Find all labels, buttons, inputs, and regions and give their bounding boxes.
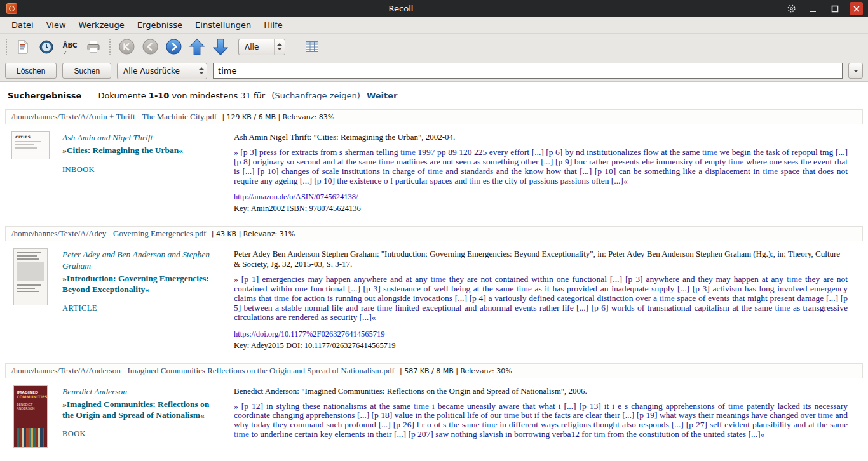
next-page-button[interactable] — [163, 36, 184, 58]
result-key: Key: Adey2015 DOI: 10.1177/0263276414565… — [234, 341, 848, 351]
result-path-row: /home/hannes/Texte/A/Amin + Thrift - The… — [5, 109, 863, 124]
result-path-row: /home/hannes/Texte/A/Adey - Governing Em… — [5, 226, 863, 241]
show-query-link[interactable]: (Suchanfrage zeigen) — [271, 91, 360, 100]
result-authors: Peter Adey and Ben Anderson and Stephen … — [62, 249, 222, 271]
results-header: Suchergebnisse Dokumente 1-10 von mindes… — [0, 82, 868, 107]
document-icon — [15, 39, 31, 55]
result-title: »Cities: Reimagining the Urban« — [62, 145, 222, 156]
query-input[interactable] — [213, 63, 843, 79]
recoll-app-icon — [6, 3, 17, 14]
scroll-up-button[interactable] — [186, 36, 208, 58]
toolbar-handle[interactable] — [6, 39, 7, 55]
minimize-button[interactable] — [806, 2, 820, 15]
category-filter-select[interactable]: Alle — [238, 39, 285, 55]
result-citation: Peter Adey Ben Anderson Stephen Graham: … — [234, 249, 848, 269]
result-authors: Ash Amin and Nigel Thrift — [62, 132, 222, 143]
document-thumbnail[interactable] — [14, 249, 47, 305]
print-button[interactable] — [83, 36, 104, 58]
docs-range: 1-10 — [149, 91, 170, 100]
term-explorer-button[interactable]: ÂBC ✓ — [59, 36, 81, 58]
first-page-icon — [118, 38, 135, 55]
next-page-link[interactable]: Weiter — [367, 91, 398, 100]
query-history-button[interactable] — [848, 63, 863, 79]
gear-icon — [787, 4, 796, 13]
result-url-link[interactable]: http://amazon.de/o/ASIN/0745624138/ — [234, 192, 848, 202]
menu-ergebnisse[interactable]: Ergebnisse — [131, 18, 189, 32]
result-key: Key: Amin2002 ISBN: 9780745624136 — [234, 204, 848, 213]
docs-total: von mindestens 31 für — [172, 91, 266, 100]
results-list: Suchergebnisse Dokumente 1-10 von mindes… — [0, 82, 868, 461]
results-title: Suchergebnisse — [8, 91, 81, 100]
titlebar: Recoll — [0, 0, 868, 17]
first-page-button[interactable] — [116, 36, 137, 58]
minimize-icon — [810, 5, 817, 13]
close-icon — [853, 6, 860, 12]
result-path-link[interactable]: /home/hannes/Texte/A/Amin + Thrift - The… — [11, 112, 217, 121]
result-item: /home/hannes/Texte/A/Anderson - Imagined… — [0, 363, 868, 457]
menu-einstellungen[interactable]: Einstellungen — [189, 18, 257, 32]
table-view-button[interactable] — [301, 36, 323, 58]
maximize-button[interactable] — [828, 2, 841, 15]
next-page-icon — [165, 38, 182, 55]
result-path-link[interactable]: /home/hannes/Texte/A/Adey - Governing Em… — [11, 229, 206, 238]
printer-icon — [86, 39, 101, 55]
search-mode-select[interactable]: Alle Ausdrücke — [117, 63, 207, 79]
result-title: »Imagined Communities: Reflections on th… — [62, 399, 222, 421]
chevron-down-icon — [853, 70, 858, 72]
menubar: Datei View Werkzeuge Ergebnisse Einstell… — [0, 17, 868, 34]
result-meta: | 43 KB | Relevanz: 31% — [212, 230, 295, 238]
result-authors: Benedict Anderson — [62, 386, 222, 397]
result-snippet: » [p 1] emergencies may happen anywhere … — [234, 275, 848, 322]
result-snippet: » [p 3] press for extracts from s sherma… — [234, 148, 848, 185]
thumbnail-stripes — [17, 428, 44, 447]
search-bar: Löschen Suchen Alle Ausdrücke — [0, 60, 868, 82]
thumbnail-author: BENEDICT ANDERSON — [17, 403, 44, 411]
menu-hilfe[interactable]: Hilfe — [257, 18, 289, 32]
result-item: /home/hannes/Texte/A/Adey - Governing Em… — [0, 226, 868, 360]
table-icon — [304, 39, 320, 55]
window-title: Recoll — [17, 4, 785, 13]
arrow-up-icon — [189, 38, 205, 56]
document-history-button[interactable] — [12, 36, 34, 58]
thumbnail-title: CITIES — [15, 135, 46, 139]
docs-label: Dokumente — [98, 91, 146, 100]
clock-icon — [39, 39, 54, 55]
category-filter-value: Alle — [239, 39, 264, 55]
result-doctype: INBOOK — [62, 164, 222, 175]
document-thumbnail[interactable]: IMAGINED COMMUNITIES BENEDICT ANDERSON — [14, 386, 47, 447]
result-citation: Benedict Anderson: "Imagined Communities… — [234, 386, 848, 396]
result-path-row: /home/hannes/Texte/A/Anderson - Imagined… — [5, 363, 863, 378]
arrow-down-icon — [212, 38, 229, 56]
result-url-link[interactable]: https://doi.org/10.1177%2F02632764145657… — [234, 330, 848, 339]
result-doctype: BOOK — [62, 429, 222, 439]
spinner-arrows-icon — [196, 63, 207, 79]
menu-view[interactable]: View — [40, 18, 72, 32]
toolbar: ÂBC ✓ — [0, 34, 868, 60]
thumbnail-title: COMMUNITIES — [17, 394, 44, 399]
result-item: /home/hannes/Texte/A/Amin + Thrift - The… — [0, 109, 868, 224]
toolbar-handle[interactable] — [109, 39, 111, 55]
result-path-link[interactable]: /home/hannes/Texte/A/Anderson - Imagined… — [11, 366, 395, 375]
thumbnail-title: IMAGINED — [17, 390, 44, 394]
spellcheck-icon: ÂBC ✓ — [63, 38, 78, 56]
search-button[interactable]: Suchen — [62, 63, 111, 79]
history-clock-button[interactable] — [36, 36, 57, 58]
maximize-icon — [831, 5, 839, 13]
result-snippet: » [p 12] in styling these nationalisms a… — [234, 402, 848, 439]
search-mode-value: Alle Ausdrücke — [118, 63, 186, 79]
result-doctype: ARTICLE — [62, 303, 222, 313]
result-title: »Introduction: Governing Emergencies: Be… — [62, 273, 222, 295]
menu-werkzeuge[interactable]: Werkzeuge — [72, 18, 131, 32]
close-button[interactable] — [850, 2, 863, 15]
document-thumbnail[interactable]: CITIES — [12, 132, 49, 159]
previous-page-icon — [142, 38, 159, 55]
window-settings-button[interactable] — [785, 2, 798, 15]
previous-page-button[interactable] — [139, 36, 161, 58]
spinner-arrows-icon — [274, 39, 285, 55]
result-meta: | 587 KB / 8 MB | Relevanz: 30% — [400, 367, 512, 375]
result-meta: | 129 KB / 6 MB | Relevanz: 83% — [222, 113, 334, 121]
clear-button[interactable]: Löschen — [5, 63, 57, 79]
menu-datei[interactable]: Datei — [5, 18, 40, 32]
scroll-down-button[interactable] — [210, 36, 231, 58]
result-citation: Ash Amin Nigel Thrift: "Cities: Reimagin… — [234, 132, 848, 142]
